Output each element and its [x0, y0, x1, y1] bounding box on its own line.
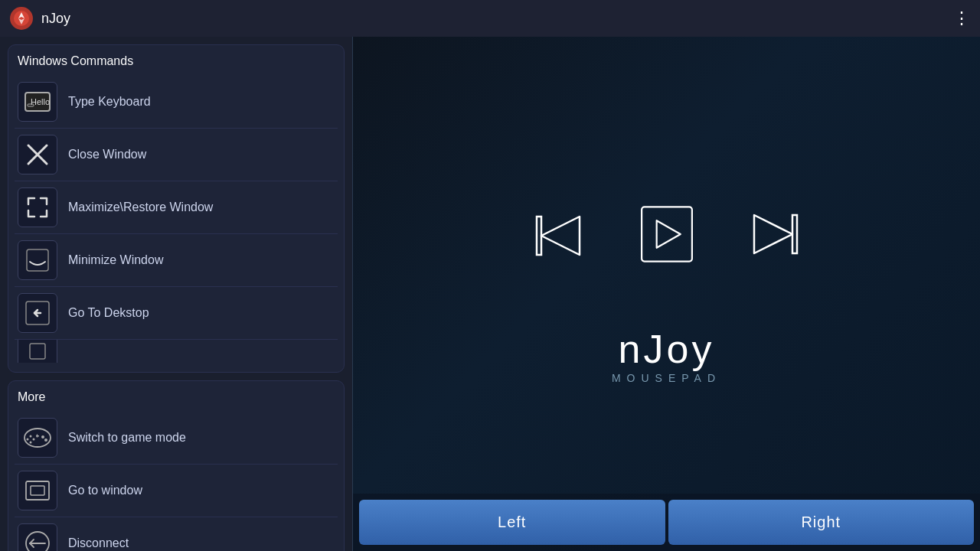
more-section: More Switch to game [8, 380, 345, 551]
window-icon [18, 471, 57, 510]
top-bar: nJoy ⋮ [0, 0, 980, 37]
more-disconnect[interactable]: Disconnect [15, 517, 338, 551]
close-window-icon [18, 135, 57, 174]
svg-rect-11 [30, 344, 45, 359]
bottom-buttons: Left Right [353, 494, 980, 551]
command-partial[interactable] [15, 340, 338, 363]
svg-point-18 [44, 439, 47, 442]
gamepad-icon [18, 418, 57, 458]
maximize-restore-icon [18, 187, 57, 227]
mousepad-text: MOUSEPAD [612, 372, 721, 384]
maximize-restore-label: Maximize\Restore Window [68, 201, 213, 214]
svg-point-15 [27, 439, 29, 441]
disconnect-label: Disconnect [68, 536, 129, 550]
svg-point-12 [24, 429, 51, 447]
play-button[interactable] [636, 204, 697, 268]
go-to-desktop-icon [18, 293, 57, 333]
svg-rect-29 [642, 207, 692, 261]
svg-point-17 [41, 435, 44, 439]
menu-icon[interactable]: ⋮ [953, 8, 971, 28]
skip-start-button[interactable] [529, 205, 590, 266]
minimize-window-label: Minimize Window [68, 253, 163, 267]
skip-end-button[interactable] [743, 204, 805, 268]
go-to-desktop-label: Go To Dekstop [68, 306, 149, 320]
command-maximize-restore[interactable]: Maximize\Restore Window [15, 181, 338, 234]
command-minimize-window[interactable]: Minimize Window [15, 234, 338, 287]
svg-rect-9 [27, 249, 48, 271]
svg-rect-22 [31, 486, 44, 495]
more-go-to-window[interactable]: Go to window [15, 465, 338, 517]
switch-game-mode-label: Switch to game mode [68, 431, 186, 445]
left-panel: Windows Commands Hello Type Keyboard [0, 37, 352, 551]
app-title: nJoy [41, 11, 70, 27]
njoy-logo: nJoy MOUSEPAD [612, 329, 721, 384]
type-keyboard-label: Type Keyboard [68, 95, 151, 109]
app-logo [9, 6, 34, 31]
command-type-keyboard[interactable]: Hello Type Keyboard [15, 76, 338, 129]
njoy-text: nJoy [612, 329, 721, 369]
disconnect-icon [18, 523, 57, 551]
svg-marker-30 [656, 220, 680, 248]
type-keyboard-icon: Hello [18, 82, 57, 122]
windows-commands-title: Windows Commands [15, 54, 338, 68]
svg-marker-32 [754, 215, 792, 253]
svg-marker-28 [541, 217, 580, 255]
right-panel: nJoy MOUSEPAD Left Right [352, 37, 980, 551]
minimize-window-icon [18, 240, 57, 280]
svg-point-23 [26, 532, 49, 551]
more-switch-game-mode[interactable]: Switch to game mode [15, 412, 338, 465]
go-to-window-label: Go to window [68, 484, 142, 497]
more-title: More [15, 390, 338, 404]
command-close-window[interactable]: Close Window [15, 129, 338, 181]
close-window-label: Close Window [68, 148, 146, 161]
windows-commands-section: Windows Commands Hello Type Keyboard [8, 44, 345, 373]
svg-point-16 [30, 442, 32, 444]
command-go-to-desktop[interactable]: Go To Dekstop [15, 287, 338, 340]
svg-rect-21 [26, 481, 49, 500]
svg-rect-20 [37, 435, 38, 438]
left-button[interactable]: Left [359, 500, 665, 545]
right-button[interactable]: Right [668, 500, 975, 545]
media-controls [529, 204, 805, 268]
svg-point-14 [33, 439, 35, 441]
partial-icon [18, 340, 57, 363]
main-content: Windows Commands Hello Type Keyboard [0, 37, 980, 551]
svg-point-13 [30, 435, 32, 438]
top-bar-left: nJoy [9, 6, 70, 31]
